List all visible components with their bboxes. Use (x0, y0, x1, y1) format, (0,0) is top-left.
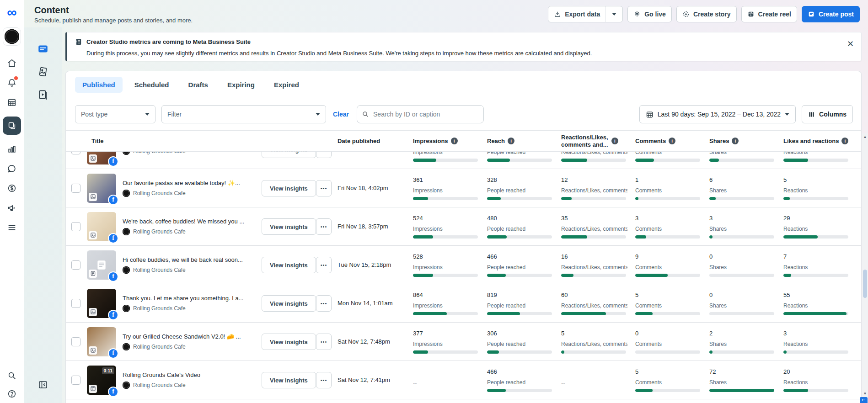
post-thumbnail[interactable]: 0:11f (87, 366, 116, 395)
notifications-icon[interactable] (6, 77, 17, 88)
scroll-down-arrow[interactable]: ▼ (862, 390, 868, 397)
info-icon[interactable]: i (732, 138, 739, 144)
scrollbar-thumb[interactable] (863, 270, 867, 298)
export-data-button[interactable]: Export data (548, 6, 605, 22)
post-thumbnail[interactable]: f (87, 289, 116, 318)
post-title[interactable]: Thank you. Let me share you something. L… (123, 295, 258, 302)
business-avatar[interactable] (3, 27, 21, 46)
post-thumbnail[interactable]: f (87, 250, 116, 280)
date-published-cell: Fri Nov 18, 4:02pm (334, 169, 410, 207)
filter-select[interactable]: Filter (161, 105, 326, 123)
help-icon[interactable] (6, 388, 17, 399)
all-tools-icon[interactable] (6, 222, 17, 233)
home-icon[interactable] (6, 58, 17, 69)
info-icon[interactable]: i (611, 138, 618, 144)
metric-cell-people-reached: 480People reached (484, 207, 558, 245)
info-icon[interactable]: i (841, 138, 848, 144)
checkbox-cell (66, 207, 87, 245)
post-text-block: Our favorite pastas are available today!… (123, 180, 258, 197)
metric-cell-reactions: 55Reactions (780, 284, 861, 322)
create-story-button[interactable]: Create story (676, 6, 737, 22)
view-insights-button[interactable]: View insights (262, 152, 316, 158)
columns-button[interactable]: Columns (802, 105, 853, 123)
metric-value: 0 (709, 253, 776, 261)
post-thumbnail[interactable]: f (87, 212, 116, 241)
more-options-button[interactable]: ••• (316, 180, 332, 196)
posts-nav-icon-active[interactable] (36, 42, 50, 56)
view-insights-button[interactable]: View insights (262, 295, 316, 312)
post-thumbnail[interactable]: f (87, 152, 116, 164)
view-insights-button[interactable]: View insights (262, 334, 316, 350)
view-insights-button[interactable]: View insights (262, 372, 316, 388)
tab-expiring[interactable]: Expiring (220, 77, 262, 93)
post-type-select[interactable]: Post type (75, 105, 155, 123)
insights-icon[interactable] (6, 143, 17, 154)
post-thumbnail[interactable]: f (87, 327, 116, 356)
post-title[interactable]: We're back, coffee buddies! We missed yo… (123, 218, 258, 225)
post-title[interactable]: Rolling Grounds Cafe's Video (123, 371, 258, 378)
metric-progress-bar (413, 159, 478, 162)
tab-drafts[interactable]: Drafts (181, 77, 215, 93)
metric-progress-bar (783, 389, 848, 392)
row-checkbox[interactable] (71, 299, 80, 308)
row-checkbox[interactable] (71, 337, 80, 346)
more-options-button[interactable]: ••• (316, 152, 332, 158)
photo-badge-icon (89, 346, 97, 355)
meta-logo-icon[interactable]: ∞ (7, 5, 16, 20)
metric-value: 5 (635, 292, 702, 299)
row-checkbox[interactable] (71, 184, 80, 193)
date-range-button[interactable]: Last 90 days: Sep 15, 2022 – Dec 13, 202… (639, 105, 796, 123)
stories-nav-icon[interactable] (36, 65, 50, 79)
view-insights-button[interactable]: View insights (262, 257, 316, 273)
tab-expired[interactable]: Expired (267, 77, 306, 93)
close-icon[interactable]: ✕ (847, 40, 854, 48)
row-checkbox[interactable] (71, 152, 80, 154)
create-post-button[interactable]: Create post (802, 6, 860, 22)
page-avatar (123, 190, 130, 197)
view-insights-button[interactable]: View insights (262, 180, 316, 196)
collapse-sidebar-icon[interactable] (38, 379, 48, 392)
metric-value: 55 (783, 292, 857, 299)
date-published-cell: Fri Nov 18, 3:57pm (334, 207, 410, 245)
scrollbar-corner[interactable] (860, 397, 868, 403)
clear-filters-link[interactable]: Clear (333, 111, 349, 118)
search-nav-icon[interactable] (6, 370, 17, 381)
page-row: Rolling Grounds Cafe (123, 228, 258, 235)
info-icon[interactable]: i (508, 138, 514, 144)
date-published-cell: Mon Nov 14, 1:01am (334, 284, 410, 322)
inbox-icon[interactable] (6, 163, 17, 174)
more-options-button[interactable]: ••• (316, 295, 332, 312)
planner-icon[interactable] (6, 97, 17, 108)
more-options-button[interactable]: ••• (316, 257, 332, 273)
create-reel-button[interactable]: Create reel (741, 6, 797, 22)
tab-scheduled[interactable]: Scheduled (127, 77, 177, 93)
post-thumbnail[interactable]: f (87, 174, 116, 203)
content-icon-active[interactable] (3, 117, 21, 135)
more-options-button[interactable]: ••• (316, 218, 332, 235)
row-checkbox[interactable] (71, 376, 80, 385)
export-options-caret[interactable] (605, 6, 622, 22)
meta-business-suite-content-page: ∞ (0, 0, 868, 403)
monetization-icon[interactable] (6, 183, 17, 194)
more-options-button[interactable]: ••• (316, 372, 332, 388)
row-checkbox[interactable] (71, 260, 80, 270)
row-checkbox[interactable] (71, 222, 80, 231)
metric-value: 0 (709, 292, 776, 299)
metric-progress-bar (487, 389, 552, 392)
ads-icon[interactable] (6, 202, 17, 213)
metric-label: Comments (635, 302, 702, 309)
info-icon[interactable]: i (451, 138, 458, 144)
search-input[interactable] (372, 110, 479, 118)
go-live-button[interactable]: Go live (627, 6, 672, 22)
vertical-scrollbar[interactable]: ▲ ▼ (862, 133, 868, 397)
more-options-button[interactable]: ••• (316, 334, 332, 350)
post-title[interactable]: Our favorite pastas are available today!… (123, 180, 258, 186)
post-title[interactable]: Hi coffee buddies, we will be back real … (123, 256, 258, 263)
info-icon[interactable]: i (669, 138, 675, 144)
scroll-up-arrow[interactable]: ▲ (862, 133, 868, 140)
photo-badge-icon (89, 193, 97, 201)
tab-published[interactable]: Published (75, 77, 123, 93)
reels-nav-icon[interactable] (36, 88, 50, 101)
post-title[interactable]: Try our Grilled Cheese Sandwich V2.0! 🧀 … (123, 333, 258, 340)
view-insights-button[interactable]: View insights (262, 218, 316, 235)
